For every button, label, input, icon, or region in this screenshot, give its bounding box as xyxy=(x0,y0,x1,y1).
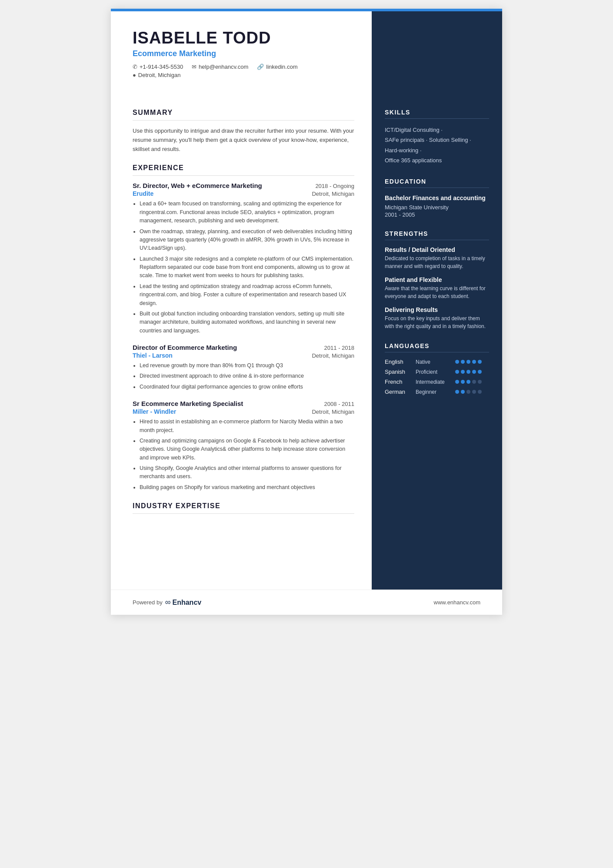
lang-item-german: German Beginner xyxy=(385,389,489,395)
dot xyxy=(472,380,476,384)
lang-name-german: German xyxy=(385,389,413,395)
right-column: SKILLS ICT/Digital Consulting · SAFe pri… xyxy=(372,91,502,590)
dot xyxy=(455,380,459,384)
job-company-2: Thiel - Larson xyxy=(133,352,173,359)
job-dates-1: 2018 - Ongoing xyxy=(315,183,354,189)
dot xyxy=(455,370,459,374)
strength-desc-3: Focus on the key inputs and deliver them… xyxy=(385,315,489,330)
bullet-item: Lead the testing and optimization strate… xyxy=(140,282,354,308)
dot xyxy=(455,390,459,394)
dot xyxy=(472,390,476,394)
education-section: EDUCATION Bachelor Finances and accounti… xyxy=(385,178,489,218)
dot xyxy=(461,390,465,394)
dot xyxy=(466,360,470,364)
job-item-3: Sr Ecommerce Marketing Specialist 2008 -… xyxy=(133,400,354,492)
bullet-item: Building pages on Shopify for various ma… xyxy=(140,483,354,492)
strength-item-1: Results / Detail Oriented Dedicated to c… xyxy=(385,246,489,270)
bullet-item: Hired to assist in establishing an e-com… xyxy=(140,418,354,435)
languages-divider xyxy=(385,352,489,352)
phone-icon: ✆ xyxy=(133,64,137,70)
job-role-1: Sr. Director, Web + eCommerce Marketing xyxy=(133,182,262,189)
industry-expertise-title: INDUSTRY EXPERTISE xyxy=(133,502,354,510)
education-divider xyxy=(385,188,489,188)
job-dates-2: 2011 - 2018 xyxy=(324,345,354,351)
logo-text: Enhancv xyxy=(173,599,202,607)
job-role-3: Sr Ecommerce Marketing Specialist xyxy=(133,400,243,407)
lang-name-spanish: Spanish xyxy=(385,369,413,375)
experience-section-title: EXPERIENCE xyxy=(133,164,354,172)
strength-title-2: Patient and Flexible xyxy=(385,276,489,283)
bullet-item: Launched 3 major site redesigns and a co… xyxy=(140,255,354,280)
header: ISABELLE TODD Ecommerce Marketing ✆ +1-9… xyxy=(111,11,372,91)
logo-icon: ∞ xyxy=(165,598,171,607)
job-company-1: Erudite xyxy=(133,190,153,197)
skills-title: SKILLS xyxy=(385,109,489,116)
left-column: SUMMARY Use this opportunity to intrigue… xyxy=(111,91,372,590)
education-title: EDUCATION xyxy=(385,178,489,185)
bullet-item: Creating and optimizing campaigns on Goo… xyxy=(140,437,354,462)
skills-divider xyxy=(385,118,489,119)
skill-item-4: Office 365 applications xyxy=(385,155,489,165)
bullet-item: Directed investment approach to drive on… xyxy=(140,372,354,380)
experience-divider xyxy=(133,175,354,176)
strength-title-3: Delivering Results xyxy=(385,306,489,313)
strength-desc-1: Dedicated to completion of tasks in a ti… xyxy=(385,255,489,270)
linkedin-text: linkedin.com xyxy=(266,64,297,70)
strength-title-1: Results / Detail Oriented xyxy=(385,246,489,253)
email-icon: ✉ xyxy=(192,64,197,70)
job-dates-3: 2008 - 2011 xyxy=(324,401,354,407)
job-company-row-3: Miller - Windler Detroit, Michigan xyxy=(133,408,354,415)
job-role-2: Director of Ecommerce Marketing xyxy=(133,344,237,351)
job-company-row-1: Erudite Detroit, Michigan xyxy=(133,190,354,197)
dot xyxy=(466,370,470,374)
strength-item-2: Patient and Flexible Aware that the lear… xyxy=(385,276,489,300)
job-bullets-3: Hired to assist in establishing an e-com… xyxy=(133,418,354,492)
languages-section: LANGUAGES English Native Spanish Pr xyxy=(385,342,489,395)
bullet-item: Coordinated four digital performance age… xyxy=(140,383,354,391)
skills-text: ICT/Digital Consulting · SAFe principals… xyxy=(385,125,489,166)
job-header-row-1: Sr. Director, Web + eCommerce Marketing … xyxy=(133,182,354,189)
industry-expertise-divider xyxy=(133,513,354,514)
email-contact: ✉ help@enhancv.com xyxy=(192,64,248,70)
resume-wrapper: ISABELLE TODD Ecommerce Marketing ✆ +1-9… xyxy=(111,9,502,615)
bullet-item: Lead a 60+ team focused on transforming,… xyxy=(140,200,354,225)
lang-dots-english xyxy=(455,360,482,364)
job-location-1: Detroit, Michigan xyxy=(312,191,354,197)
lang-dots-spanish xyxy=(455,370,482,374)
bullet-item: Using Shopify, Google Analytics and othe… xyxy=(140,464,354,481)
dot xyxy=(466,380,470,384)
lang-dots-french xyxy=(455,380,482,384)
phone-text: +1-914-345-5530 xyxy=(140,64,183,70)
footer-website: www.enhancv.com xyxy=(434,599,480,606)
enhancv-logo: ∞ Enhancv xyxy=(165,598,202,607)
lang-level-french: Intermediate xyxy=(416,379,453,385)
dot xyxy=(461,380,465,384)
bullet-item: Led revenue growth by more than 80% from… xyxy=(140,362,354,370)
lang-name-french: French xyxy=(385,379,413,385)
strengths-title: STRENGTHS xyxy=(385,230,489,237)
candidate-name: ISABELLE TODD xyxy=(133,29,354,47)
candidate-title: Ecommerce Marketing xyxy=(133,49,354,58)
strengths-section: STRENGTHS Results / Detail Oriented Dedi… xyxy=(385,230,489,330)
lang-dots-german xyxy=(455,390,482,394)
lang-item-spanish: Spanish Proficient xyxy=(385,369,489,375)
edu-years: 2001 - 2005 xyxy=(385,211,489,218)
job-bullets-1: Lead a 60+ team focused on transforming,… xyxy=(133,200,354,335)
dot xyxy=(478,370,482,374)
job-location-2: Detroit, Michigan xyxy=(312,352,354,359)
summary-section-title: SUMMARY xyxy=(133,109,354,117)
skill-item-1: ICT/Digital Consulting · xyxy=(385,125,489,135)
skills-section: SKILLS ICT/Digital Consulting · SAFe pri… xyxy=(385,109,489,166)
industry-expertise-space xyxy=(133,520,354,572)
phone-contact: ✆ +1-914-345-5530 xyxy=(133,64,183,70)
lang-level-spanish: Proficient xyxy=(416,369,453,375)
summary-divider xyxy=(133,120,354,121)
header-contacts: ✆ +1-914-345-5530 ✉ help@enhancv.com 🔗 l… xyxy=(133,64,354,70)
location-contact: ● Detroit, Michigan xyxy=(133,72,354,78)
bullet-item: Built out global function including onbo… xyxy=(140,310,354,335)
lang-item-french: French Intermediate xyxy=(385,379,489,385)
resume-body: SUMMARY Use this opportunity to intrigue… xyxy=(111,91,502,590)
strength-item-3: Delivering Results Focus on the key inpu… xyxy=(385,306,489,330)
summary-text: Use this opportunity to intrigue and dra… xyxy=(133,127,354,154)
dot xyxy=(461,370,465,374)
